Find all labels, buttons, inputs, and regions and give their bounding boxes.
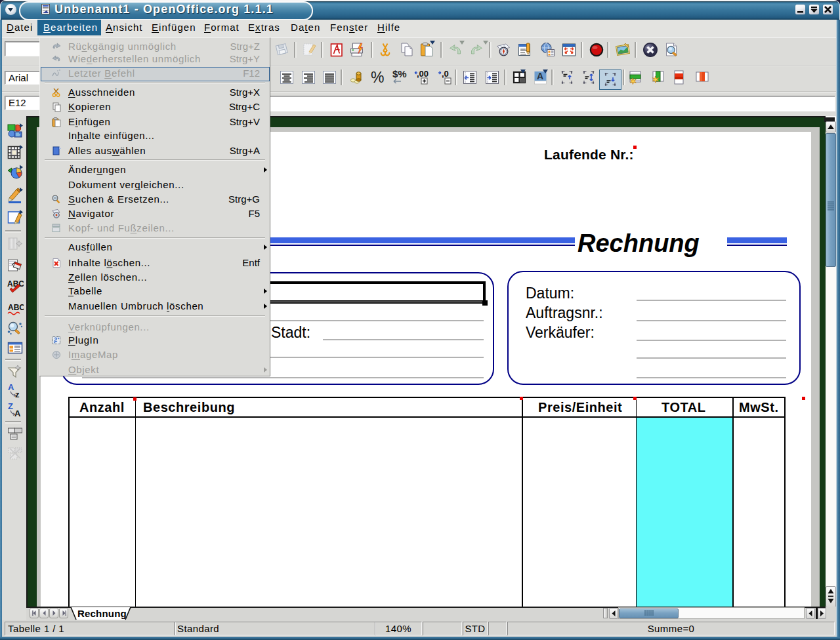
- svg-text:A: A: [8, 382, 14, 392]
- svg-text:$%: $%: [392, 69, 407, 79]
- svg-text:A: A: [14, 409, 21, 418]
- svg-text:z: z: [15, 390, 20, 399]
- svg-text:ABC: ABC: [8, 303, 24, 312]
- svg-text:Rechnung: Rechnung: [77, 608, 127, 619]
- svg-text:Z: Z: [8, 401, 13, 411]
- svg-text:,00: ,00: [417, 69, 429, 79]
- svg-text:,0: ,0: [442, 69, 449, 79]
